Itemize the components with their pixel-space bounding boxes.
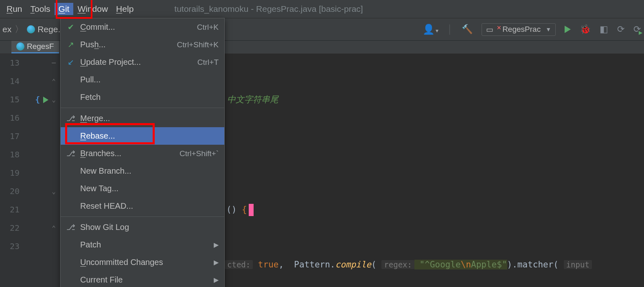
gutter-row[interactable]: 14⌃: [0, 72, 60, 91]
menu-item-branches[interactable]: ⎇ Branches... Ctrl+Shift+` Branches...: [61, 145, 224, 162]
menu-label: Branches...: [80, 149, 175, 158]
menu-help[interactable]: HelpHelp: [112, 3, 138, 15]
menu-run[interactable]: RRunun: [2, 3, 26, 15]
menu-item-pull[interactable]: Pull...: [61, 71, 224, 88]
shortcut: Ctrl+K: [197, 23, 219, 32]
submenu-arrow-icon: ▶: [214, 258, 219, 266]
menu-git[interactable]: GitGit: [55, 3, 74, 15]
gutter-row[interactable]: 21: [0, 201, 60, 219]
branch-icon: ⎇: [66, 149, 75, 158]
gutter-row[interactable]: 16: [0, 109, 60, 127]
param-hint: cted:: [225, 260, 253, 269]
run-config-name: RegesPrac: [502, 25, 541, 34]
gutter-row[interactable]: 20⌄: [0, 182, 60, 201]
menu-label: New Branch...: [80, 166, 219, 176]
menu-item-push[interactable]: ↗ Push... Ctrl+Shift+K Push...: [61, 36, 224, 53]
menu-item-current-file[interactable]: Current File ▶: [61, 271, 224, 287]
menu-item-new-branch[interactable]: New Branch...: [61, 162, 224, 180]
menu-label: Current File: [80, 275, 209, 285]
build-icon[interactable]: 🔨: [462, 24, 473, 35]
menu-item-reset-head[interactable]: Reset HEAD...: [61, 197, 224, 215]
param-hint: input: [564, 260, 592, 269]
gutter-row[interactable]: 19: [0, 164, 60, 182]
run-icon[interactable]: [565, 26, 571, 33]
gutter-row[interactable]: 22⌃: [0, 219, 60, 237]
editor-tab-active[interactable]: RegesF: [11, 40, 59, 53]
shortcut: Ctrl+Shift+K: [177, 40, 219, 49]
menu-separator: [61, 108, 224, 108]
menu-label: Pull...: [80, 75, 219, 84]
menu-item-fetch[interactable]: Fetch: [61, 88, 224, 106]
gutter-row[interactable]: 15{⌄: [0, 91, 60, 109]
gutter-row[interactable]: 23: [0, 237, 60, 256]
breadcrumb-item[interactable]: Rege...: [27, 24, 65, 34]
menu-item-new-tag[interactable]: New Tag...: [61, 180, 224, 197]
run-gutter-icon: [43, 97, 48, 103]
run-configuration-selector[interactable]: ▭✕ RegesPrac ▼: [482, 23, 556, 36]
branch-icon: ⎇: [66, 223, 75, 232]
menu-label: Rebase...: [80, 131, 219, 141]
menu-item-update-project[interactable]: ↙ Update Project... Ctrl+T Update Projec…: [61, 53, 224, 71]
menu-item-merge[interactable]: ⎇ Merge... Merge...: [61, 110, 224, 127]
run-targets-icon[interactable]: ⟳▶: [633, 24, 641, 35]
submenu-arrow-icon: ▶: [214, 241, 219, 249]
menu-item-rebase[interactable]: Rebase... Rebase...: [61, 127, 224, 145]
menu-separator: [61, 216, 224, 217]
menu-label: Patch: [80, 240, 209, 249]
profiler-icon[interactable]: ⟳: [617, 24, 624, 35]
merge-icon: ⎇: [66, 114, 75, 123]
breadcrumb: ex 〉 Rege...: [0, 23, 65, 35]
update-arrow-icon: ↙: [66, 57, 75, 67]
editor-gutter: 13─ 14⌃ 15{⌄ 16 17 18 19 20⌄ 21 22⌃ 23: [0, 54, 60, 287]
menu-item-uncommitted-changes[interactable]: Uncommitted Changes Uncommitted Changes …: [61, 254, 224, 271]
text-cursor: [249, 204, 254, 216]
coverage-icon[interactable]: ◧: [600, 24, 608, 35]
menu-item-patch[interactable]: Patch ▶: [61, 236, 224, 254]
menu-label: Uncommitted Changes: [80, 258, 209, 267]
shortcut: Ctrl+T: [197, 58, 219, 67]
submenu-arrow-icon: ▶: [214, 276, 219, 284]
class-icon: [16, 42, 24, 51]
user-icon[interactable]: 👤▾: [423, 24, 438, 35]
push-arrow-icon: ↗: [66, 40, 75, 49]
menu-label: New Tag...: [80, 184, 219, 193]
class-icon: [27, 25, 35, 33]
gutter-row[interactable]: 17: [0, 127, 60, 146]
debug-icon[interactable]: 🐞: [580, 24, 591, 35]
gutter-row[interactable]: 13─: [0, 54, 60, 72]
chevron-down-icon: ▼: [545, 26, 551, 33]
gutter-row[interactable]: 18: [0, 146, 60, 164]
window-title: tutorails_kanomoku - RegesPrac.java [bas…: [174, 4, 363, 14]
chevron-right-icon: 〉: [15, 23, 24, 35]
menu-label: Show Git Log: [80, 223, 219, 232]
menu-window[interactable]: WindowWindow: [73, 3, 112, 15]
git-menu-dropdown: ✔ Commit... Ctrl+K Commit... ↗ Push... C…: [60, 18, 225, 287]
menu-label: Merge...: [80, 114, 219, 123]
check-icon: ✔: [66, 22, 75, 32]
menu-tools[interactable]: ToolsTools: [26, 3, 55, 15]
menu-label: Reset HEAD...: [80, 201, 219, 211]
param-hint: regex:: [381, 260, 414, 269]
breadcrumb-item[interactable]: ex: [2, 24, 11, 34]
tab-label: RegesF: [27, 42, 54, 51]
menu-item-commit[interactable]: ✔ Commit... Ctrl+K Commit...: [61, 18, 224, 36]
toolbar-buttons: 👤▾ │ 🔨 ▭✕ RegesPrac ▼ 🐞 ◧ ⟳ ⟳▶: [423, 18, 641, 40]
menu-label: Update Project...: [80, 57, 193, 67]
menubar: RRunun ToolsTools GitGit WindowWindow He…: [0, 0, 644, 18]
shortcut: Ctrl+Shift+`: [180, 149, 219, 158]
menu-label: Commit...: [80, 22, 192, 32]
menu-item-show-git-log[interactable]: ⎇ Show Git Log: [61, 219, 224, 236]
menu-label: Push...: [80, 40, 172, 49]
run-config-icon: ▭✕: [486, 25, 498, 34]
menu-label: Fetch: [80, 93, 219, 102]
code-comment: 中文字符串尾: [227, 95, 278, 104]
